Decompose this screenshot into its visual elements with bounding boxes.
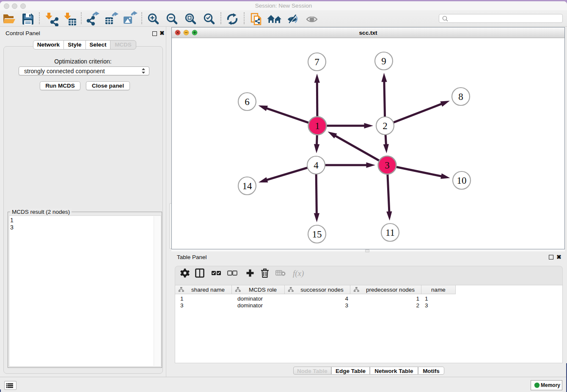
svg-text:14: 14 [242, 181, 253, 191]
svg-text:7: 7 [314, 57, 319, 67]
svg-text:8: 8 [458, 91, 463, 102]
svg-text:10: 10 [457, 175, 467, 186]
svg-text:2: 2 [383, 121, 388, 131]
svg-text:4: 4 [314, 160, 319, 171]
svg-text:f(x): f(x) [293, 269, 304, 278]
svg-text:6: 6 [245, 97, 250, 107]
svg-text:9: 9 [381, 56, 386, 66]
svg-text:15: 15 [312, 229, 322, 240]
svg-text:1: 1 [315, 121, 320, 131]
svg-text:3: 3 [385, 160, 390, 171]
svg-text:11: 11 [385, 227, 395, 238]
